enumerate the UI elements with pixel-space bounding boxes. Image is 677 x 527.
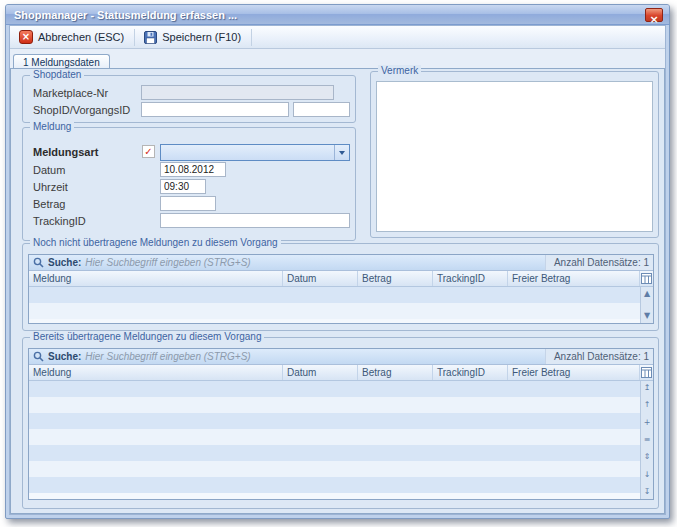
table-row[interactable]	[29, 413, 640, 429]
uhrzeit-label: Uhrzeit	[33, 181, 68, 193]
groupbox-pending-legend: Noch nicht übertragene Meldungen zu dies…	[30, 237, 281, 248]
groupbox-vermerk-legend: Vermerk	[378, 65, 421, 76]
column-header-freier-betrag[interactable]: Freier Betrag	[508, 365, 639, 380]
groupbox-shopdaten-legend: Shopdaten	[30, 69, 84, 80]
transferred-table: Suche: Anzahl Datensätze: 1 Meldung Datu…	[28, 348, 654, 500]
table-row[interactable]	[29, 303, 640, 319]
column-header-datum[interactable]: Datum	[283, 365, 358, 380]
row-first-icon[interactable]: ↥	[641, 382, 653, 394]
groupbox-transferred-legend: Bereits übertragene Meldungen zu diesem …	[30, 331, 264, 342]
cancel-icon: ×	[19, 30, 33, 44]
search-label: Suche:	[48, 257, 81, 268]
row-down-icon[interactable]: ↓	[641, 469, 653, 481]
search-label: Suche:	[48, 351, 81, 362]
row-navigation-toolbar: ↥ ↑ + ≡ ⇕ ↓ ↧	[640, 381, 653, 499]
column-chooser-icon[interactable]	[639, 271, 653, 286]
close-button[interactable]: ×	[645, 8, 663, 22]
transferred-record-count: Anzahl Datensätze: 1	[545, 349, 653, 364]
vorgangsid-input[interactable]	[293, 102, 350, 117]
table-header-row: Meldung Datum Betrag TrackingID Freier B…	[29, 271, 653, 287]
row-insert-icon[interactable]: +	[641, 417, 653, 429]
shopid-label: ShopID/VorgangsID	[33, 104, 130, 116]
window-title: Shopmanager - Statusmeldung erfassen ...	[14, 9, 237, 21]
dropdown-arrow-icon[interactable]	[334, 145, 349, 160]
column-header-freier-betrag[interactable]: Freier Betrag	[508, 271, 639, 286]
table-header-row: Meldung Datum Betrag TrackingID Freier B…	[29, 365, 653, 381]
search-bar: Suche:	[29, 349, 545, 364]
meldungsart-combobox[interactable]	[160, 144, 350, 161]
pending-record-count: Anzahl Datensätze: 1	[545, 255, 653, 270]
betrag-input[interactable]	[160, 196, 216, 211]
column-header-betrag[interactable]: Betrag	[358, 271, 433, 286]
search-row: Suche: Anzahl Datensätze: 1	[29, 255, 653, 271]
search-icon	[33, 351, 44, 362]
table-row[interactable]	[29, 397, 640, 413]
groupbox-shopdaten: Shopdaten Marketplace-Nr ShopID/Vorgangs…	[22, 75, 356, 123]
cancel-button-label: Abbrechen (ESC)	[38, 31, 124, 43]
table-body: ▲ ▼	[29, 287, 653, 323]
save-button-label: Speichern (F10)	[162, 31, 241, 43]
groupbox-meldung: Meldung Meldungsart ✓ Datum Uhrzeit Betr…	[22, 127, 356, 241]
marketplace-input	[141, 85, 334, 100]
dialog-window: Shopmanager - Statusmeldung erfassen ...…	[5, 4, 670, 519]
column-header-meldung[interactable]: Meldung	[29, 271, 283, 286]
table-row[interactable]	[29, 287, 640, 303]
tab-strip: 1 Meldungsdaten	[13, 52, 110, 69]
column-chooser-icon[interactable]	[639, 365, 653, 380]
groupbox-vermerk: Vermerk	[370, 71, 659, 238]
cancel-button[interactable]: × Abbrechen (ESC)	[14, 28, 131, 47]
search-icon	[33, 257, 44, 268]
toolbar-separator	[251, 29, 252, 46]
required-check-icon: ✓	[142, 145, 155, 158]
vermerk-textarea[interactable]	[376, 81, 653, 232]
title-bar[interactable]: Shopmanager - Statusmeldung erfassen ...…	[6, 5, 669, 25]
column-header-betrag[interactable]: Betrag	[358, 365, 433, 380]
scrollbar-track[interactable]	[643, 300, 652, 310]
table-body: ↥ ↑ + ≡ ⇕ ↓ ↧	[29, 381, 653, 499]
transferred-search-input[interactable]	[85, 351, 541, 362]
column-header-meldung[interactable]: Meldung	[29, 365, 283, 380]
search-bar: Suche:	[29, 255, 545, 270]
save-button[interactable]: Speichern (F10)	[138, 28, 248, 47]
table-row[interactable]	[29, 461, 640, 477]
toolbar: × Abbrechen (ESC) Speichern (F10)	[10, 26, 665, 49]
row-up-icon[interactable]: ↑	[641, 399, 653, 411]
tab-page: Shopdaten Marketplace-Nr ShopID/Vorgangs…	[10, 68, 665, 514]
table-row[interactable]	[29, 445, 640, 461]
pending-table: Suche: Anzahl Datensätze: 1 Meldung Datu…	[28, 254, 654, 324]
groupbox-transferred-meldungen: Bereits übertragene Meldungen zu diesem …	[22, 337, 659, 509]
groupbox-pending-meldungen: Noch nicht übertragene Meldungen zu dies…	[22, 243, 659, 331]
row-swap-icon[interactable]: ⇕	[641, 451, 653, 463]
marketplace-label: Marketplace-Nr	[33, 87, 108, 99]
client-area: × Abbrechen (ESC) Speichern (F10)	[9, 25, 666, 515]
scroll-down-icon[interactable]: ▼	[641, 310, 653, 322]
groupbox-meldung-legend: Meldung	[30, 121, 74, 132]
column-header-trackingid[interactable]: TrackingID	[433, 365, 508, 380]
column-header-trackingid[interactable]: TrackingID	[433, 271, 508, 286]
row-last-icon[interactable]: ↧	[641, 486, 653, 498]
table-row[interactable]	[29, 429, 640, 445]
shopid-input[interactable]	[141, 102, 289, 117]
row-menu-icon[interactable]: ≡	[641, 434, 653, 446]
toolbar-separator	[134, 29, 135, 46]
datum-label: Datum	[33, 164, 65, 176]
betrag-label: Betrag	[33, 198, 65, 210]
save-icon	[143, 30, 157, 44]
table-row[interactable]	[29, 381, 640, 397]
meldungsart-value	[161, 145, 334, 160]
trackingid-label: TrackingID	[33, 215, 86, 227]
search-row: Suche: Anzahl Datensätze: 1	[29, 349, 653, 365]
datum-input[interactable]	[160, 162, 226, 177]
column-header-datum[interactable]: Datum	[283, 271, 358, 286]
table-row[interactable]	[29, 477, 640, 493]
trackingid-input[interactable]	[160, 213, 350, 228]
pending-search-input[interactable]	[85, 257, 541, 268]
tab-label: 1 Meldungsdaten	[23, 57, 100, 68]
meldungsart-label: Meldungsart	[33, 146, 98, 158]
scroll-up-icon[interactable]: ▲	[641, 288, 653, 300]
uhrzeit-input[interactable]	[160, 179, 206, 194]
vertical-scrollbar[interactable]: ▲ ▼	[640, 287, 653, 323]
